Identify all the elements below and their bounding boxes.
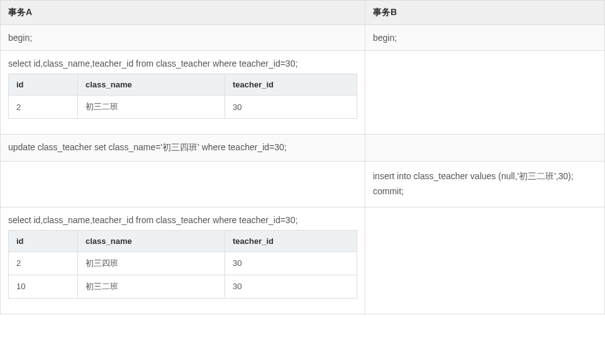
cell-b-empty bbox=[365, 135, 605, 162]
cell-b-begin: begin; bbox=[365, 25, 605, 51]
sql-insert: insert into class_teacher values (null,'… bbox=[373, 169, 597, 184]
cell-class-name: 初三二班 bbox=[78, 275, 225, 298]
header-transaction-a: 事务A bbox=[1, 1, 365, 25]
cell-id: 2 bbox=[9, 251, 78, 275]
col-class-name: class_name bbox=[78, 230, 225, 251]
cell-id: 10 bbox=[9, 275, 78, 298]
cell-id: 2 bbox=[9, 96, 78, 119]
header-transaction-b: 事务B bbox=[365, 1, 605, 25]
cell-b-empty bbox=[365, 207, 605, 314]
table-row: select id,class_name,teacher_id from cla… bbox=[1, 51, 605, 135]
cell-a-empty bbox=[1, 162, 365, 207]
table-row: select id,class_name,teacher_id from cla… bbox=[1, 207, 605, 314]
query-result-table: id class_name teacher_id 2 初三四班 30 10 bbox=[8, 230, 357, 299]
cell-class-name: 初三四班 bbox=[78, 251, 225, 275]
col-class-name: class_name bbox=[78, 74, 225, 96]
transaction-comparison-table: 事务A 事务B begin; begin; select id,class_na… bbox=[0, 0, 605, 314]
table-row: update class_teacher set class_name='初三四… bbox=[1, 135, 605, 162]
cell-a-select1: select id,class_name,teacher_id from cla… bbox=[1, 51, 365, 135]
cell-teacher-id: 30 bbox=[225, 96, 357, 119]
col-teacher-id: teacher_id bbox=[225, 230, 357, 251]
query-result-table: id class_name teacher_id 2 初三二班 30 bbox=[8, 74, 357, 119]
result-row: 10 初三二班 30 bbox=[9, 275, 357, 298]
cell-a-begin: begin; bbox=[1, 25, 365, 51]
table-row: insert into class_teacher values (null,'… bbox=[1, 162, 605, 207]
col-teacher-id: teacher_id bbox=[225, 74, 357, 96]
cell-b-insert: insert into class_teacher values (null,'… bbox=[365, 162, 605, 207]
table-row: begin; begin; bbox=[1, 25, 605, 51]
sql-statement: select id,class_name,teacher_id from cla… bbox=[8, 58, 357, 69]
result-row: 2 初三四班 30 bbox=[9, 251, 357, 275]
cell-class-name: 初三二班 bbox=[78, 96, 225, 119]
col-id: id bbox=[9, 230, 78, 251]
result-row: 2 初三二班 30 bbox=[9, 96, 357, 119]
cell-teacher-id: 30 bbox=[225, 251, 357, 275]
cell-b-empty bbox=[365, 51, 605, 135]
col-id: id bbox=[9, 74, 78, 96]
sql-commit: commit; bbox=[373, 184, 597, 199]
cell-a-select2: select id,class_name,teacher_id from cla… bbox=[1, 207, 365, 314]
cell-teacher-id: 30 bbox=[225, 275, 357, 298]
cell-a-update: update class_teacher set class_name='初三四… bbox=[1, 135, 365, 162]
sql-statement: select id,class_name,teacher_id from cla… bbox=[8, 215, 357, 225]
